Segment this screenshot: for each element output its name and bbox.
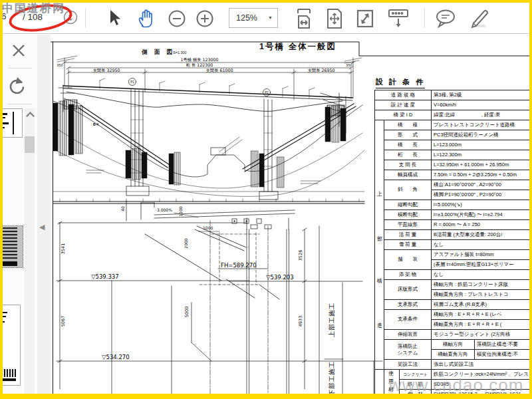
- collapse-panel-arrow-icon[interactable]: ◀: [39, 223, 45, 231]
- table-row: 添 架 物なし: [375, 270, 529, 280]
- row-label: 舗 装: [384, 250, 432, 269]
- fit-page-button[interactable]: [323, 7, 346, 30]
- hand-tool-button[interactable]: [136, 7, 158, 29]
- table-row: 桁 長L=122.300m: [375, 150, 529, 160]
- dim-3526: 3526: [298, 250, 303, 261]
- site-watermark-bottom: www.cndao.com: [389, 375, 523, 394]
- row-label: 支承条件: [384, 310, 432, 329]
- section-hidden-lines: [200, 221, 268, 394]
- row-label: 形 式: [384, 130, 432, 140]
- row-sublabel: 橋軸方向: [432, 340, 475, 349]
- row-label: 添 架 物: [384, 270, 432, 279]
- end-offset-left: 350: [57, 63, 63, 67]
- scroll-up-icon[interactable]: [26, 112, 35, 120]
- table-row: 床版形式橋軸方向 : 鉄筋コンクリート床版橋軸直角方向 : プレストレストコ: [375, 280, 529, 300]
- table-row: 雪 荷 重なし: [375, 240, 529, 250]
- table-row: 架設工法張出し式架設工法: [375, 360, 529, 370]
- row-value: PC3径間連続箱桁ラーメン橋: [432, 130, 529, 140]
- table-row: 横断勾配i=±3.000%(片勾配) 〜 i=±2.794: [375, 210, 529, 220]
- table-row: 支承条件橋軸方向 : E + R + R + E (レベ橋軸直角方向 : E +…: [375, 310, 529, 330]
- zoom-in-button[interactable]: [194, 8, 216, 29]
- level-539337: ▽539.337: [91, 273, 119, 280]
- table-row: 舗 装アスファルト舗装 t=80mm(表層 t=40mm:密粒度G13+ポリマー: [375, 250, 529, 270]
- table-row: 橋 長L=123.000m: [375, 140, 529, 150]
- frame-border-bottom: [0, 394, 532, 399]
- sidebar-scrollbar[interactable]: [25, 108, 35, 394]
- row-value: なし: [432, 270, 529, 279]
- full-screen-button[interactable]: [353, 7, 377, 30]
- table-row: 幅員構成7.50m = 0.50m + 2@3.250m + 0.50m: [375, 170, 529, 180]
- dim-5000: 5000: [184, 307, 190, 318]
- sheet-title: 1号橋 全体一般図: [259, 41, 336, 53]
- table-row: 伸縮装置モジュラー型ジョイント (2方向移: [375, 330, 529, 340]
- fh-level: FH=589.270: [221, 262, 257, 269]
- row-label: 活 荷 重: [384, 230, 432, 239]
- view-scale: S=1:300: [173, 51, 187, 55]
- row-label: 雪 荷 重: [384, 240, 432, 249]
- row-value: (表層 t=40mm:密粒度G13+ポリマー: [432, 260, 529, 269]
- table-row: 道 路 規 格第3種, 第2級: [375, 90, 529, 100]
- pier2-mark: P2: [265, 91, 269, 94]
- table-row: 形 式PC3径間連続箱桁ラーメン橋: [375, 130, 529, 140]
- highlight-button[interactable]: [466, 7, 496, 31]
- row-value: 橋軸直角方向 : プレストレストコ: [432, 290, 529, 299]
- row-value: 横変位拘束構造:不: [475, 352, 518, 357]
- row-label: 床版形式: [384, 280, 432, 299]
- table-row: 支 間 長L=32.950m + 61.000m + 26.950m: [375, 160, 529, 170]
- frame-border-top: [0, 0, 532, 3]
- zoom-level-value: 125%: [236, 13, 257, 23]
- row-label: 斜 角: [384, 180, 432, 200]
- full-screen-icon: [355, 8, 375, 29]
- select-tool-button[interactable]: [104, 8, 125, 28]
- dim-3541: 3541: [61, 243, 66, 255]
- pier1-mark: P1: [130, 80, 134, 84]
- pdf-toolbar: 6 / 108 125% ▼: [3, 3, 529, 34]
- bridge-length-label: 1号橋 橋長 123000: [180, 57, 218, 62]
- scrollbar-thumb[interactable]: [25, 136, 35, 153]
- close-panel-button[interactable]: [9, 41, 28, 60]
- group-label-superstructure: 造: [377, 323, 382, 329]
- frame-border-right: [529, 0, 532, 399]
- soil-layer-mark: B-4: [93, 122, 98, 126]
- page-thumbnail[interactable]: [3, 108, 23, 138]
- row-label: 設 計 速 度: [375, 100, 432, 110]
- close-icon: [11, 43, 26, 58]
- zoom-out-button[interactable]: [166, 8, 188, 29]
- chevron-down-icon: ▼: [268, 15, 273, 20]
- row-value: B活荷重 (大型車交通量: 200台/: [432, 230, 529, 239]
- section-labels: ▽539.337 ▽539.203 ▽534.270 FH=589.270 3.…: [61, 206, 335, 394]
- panel-collapse-strip: ◀: [37, 35, 51, 394]
- pdf-page-canvas[interactable]: 1号橋 橋長 123000 桁 長 122300 支間長 32950 支間長 6…: [51, 35, 529, 394]
- highlighter-pen-icon: [467, 7, 495, 30]
- fit-width-button[interactable]: [292, 7, 316, 30]
- row-label: 支 間 長: [384, 160, 432, 170]
- hide-toolbar-button[interactable]: [385, 7, 412, 30]
- comment-bubble-icon: [433, 8, 458, 29]
- row-value: 第3種, 第2級: [432, 90, 529, 100]
- row-value: L=122.300m: [432, 150, 529, 160]
- dim-1100: 1100: [178, 206, 183, 216]
- zoom-level-dropdown[interactable]: 125% ▼: [229, 8, 278, 28]
- row-value: 7.50m = 0.50m + 2@3.250m + 0.50m: [432, 170, 529, 180]
- row-value: 橋脚:P1=90°00′00″ , P2=90°00: [432, 190, 529, 200]
- table-row: 設 計 速 度V=60km/h: [375, 100, 529, 110]
- girder-length-label: 桁 長 122300: [186, 63, 213, 67]
- select-arrow-icon: [108, 9, 121, 27]
- row-value: 積層ゴム支承 (R.B支承): [432, 300, 529, 309]
- frame-border-left: [0, 0, 3, 399]
- row-sublabel: 橋軸直角方向: [432, 350, 475, 359]
- work-zone-upper: 上部工施工: [328, 303, 335, 338]
- page-thumbnail-selected[interactable]: [3, 226, 23, 267]
- page-thumbnail[interactable]: [3, 305, 21, 386]
- row-value: モジュラー型ジョイント (2方向移: [432, 330, 529, 339]
- row-value: プレストレストコンクリート道路橋: [432, 120, 529, 130]
- end-offset-right: 350: [346, 63, 352, 67]
- comment-button[interactable]: [432, 7, 460, 30]
- design-conditions-table: 道 路 規 格第3種, 第2級 設 計 速 度V=60km/h 橋 梁 I D緯…: [374, 90, 529, 394]
- sidebar-divider: [8, 68, 32, 68]
- toolbar-separator: [424, 8, 425, 28]
- site-watermark-top: 中国道桥网: [2, 1, 65, 16]
- row-label: 平面線形: [384, 220, 432, 229]
- rotate-page-button[interactable]: [7, 76, 27, 96]
- row-label: 支承形式: [384, 300, 432, 309]
